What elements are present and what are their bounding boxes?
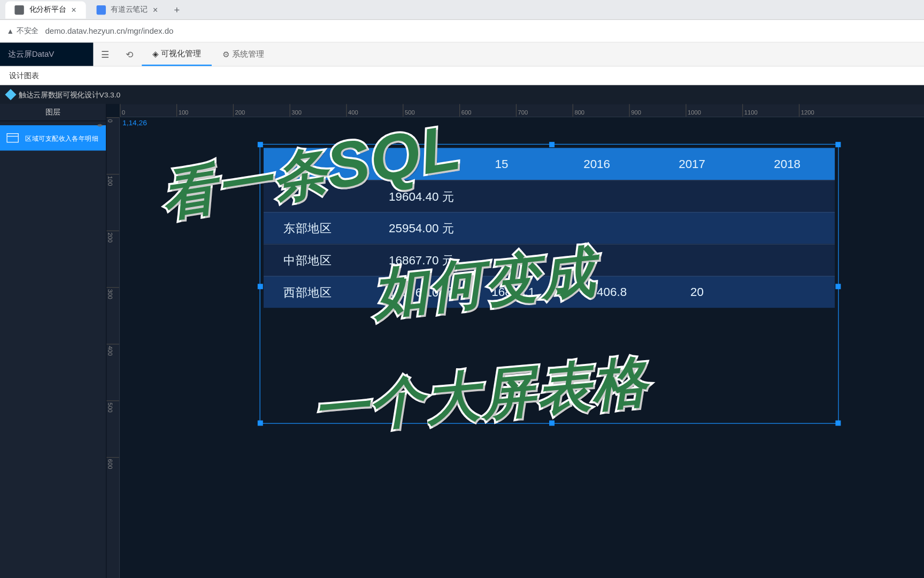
url-text[interactable]: demo.datav.hezyun.cn/mgr/index.do (45, 26, 924, 35)
coord-readout: 1,14,26 (122, 119, 147, 127)
layers-title: 图层 (0, 104, 106, 121)
gear-icon: ◈ (152, 49, 158, 58)
nav-system-manage[interactable]: ⚙ 系统管理 (212, 43, 275, 66)
menu-toggle-button[interactable]: ☰ (93, 43, 118, 66)
refresh-button[interactable]: ⟲ (118, 43, 142, 66)
app-logo-icon (5, 89, 16, 100)
gear-icon: ⚙ (222, 50, 230, 59)
browser-tab-1[interactable]: 有道云笔记 × (87, 1, 167, 18)
layer-name: 区域可支配收入各年明细 (25, 134, 98, 142)
browser-tabs: 化分析平台 × 有道云笔记 × + (0, 0, 924, 20)
sub-header: 设计图表 — ▢ × (0, 66, 924, 85)
browser-tab-0[interactable]: 化分析平台 × (5, 1, 86, 18)
tab-title: 有道云笔记 (111, 5, 147, 15)
nav-visual-manage[interactable]: ◈ 可视化管理 (142, 43, 212, 66)
app-nav: 达云屏DataV ☰ ⟲ ◈ 可视化管理 ⚙ 系统管理 ◇ ⛶ 触达 (0, 43, 924, 67)
ruler-horizontal: 0 100 200 300 400 500 600 700 800 900 10… (120, 104, 924, 117)
designer-toolbar: 触达云屏数据可视化设计V3.3.0 📄 📷 👁 🖥 ⬇ ‹ › 💾 ⚙ (0, 85, 924, 104)
collapse-icon[interactable]: ◂▸ (97, 121, 103, 125)
close-icon[interactable]: × (71, 5, 76, 15)
layers-panel: 图层 ◂▸ 区域可支配收入各年明细 (0, 104, 106, 578)
ruler-vertical: 0 100 200 300 400 500 600 (106, 117, 120, 578)
page-title: 设计图表 (9, 71, 38, 81)
tab-title: 化分析平台 (29, 5, 66, 15)
version-text: 触达云屏数据可视化设计V3.3.0 (19, 89, 120, 100)
security-warning[interactable]: ▲ 不安全 (6, 26, 38, 36)
address-bar: ▲ 不安全 demo.datav.hezyun.cn/mgr/index.do … (0, 20, 924, 42)
app-brand: 达云屏DataV (0, 43, 93, 66)
new-tab-button[interactable]: + (168, 4, 185, 15)
favicon-icon (96, 5, 105, 14)
close-icon[interactable]: × (153, 5, 158, 15)
table-icon (6, 133, 18, 142)
favicon-icon (14, 5, 24, 14)
warning-icon: ▲ (6, 27, 14, 35)
layer-item[interactable]: 区域可支配收入各年明细 (0, 125, 106, 150)
